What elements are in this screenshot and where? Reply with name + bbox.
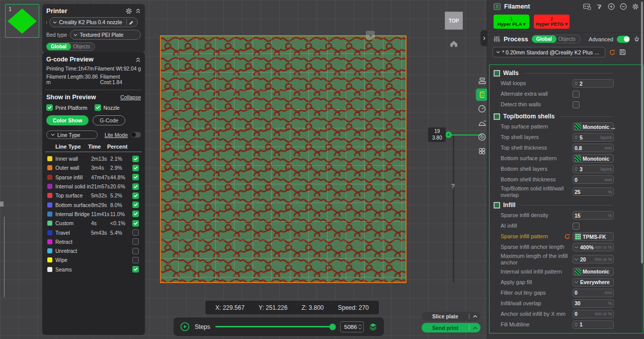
settings-scrollbar[interactable] [641, 2, 643, 263]
setting-spin-control[interactable]: 5layers [573, 133, 614, 142]
printer-settings-gear-icon[interactable] [125, 8, 132, 15]
line-type-dropdown[interactable]: Line Type [46, 130, 98, 139]
multi-view-tool[interactable] [476, 145, 488, 157]
setting-input-control[interactable]: 0mm [573, 175, 614, 184]
filament-change-icon[interactable] [596, 4, 603, 10]
process-preset-dropdown[interactable]: * 0.20mm Standard @Creality K2 Plus 0.4 … [493, 47, 605, 57]
setting-input-control[interactable]: 30% [573, 299, 614, 308]
setting-dropdown-control[interactable]: Everywhere [573, 278, 614, 287]
left-edge-handle[interactable] [0, 201, 4, 207]
setting-checkbox[interactable] [573, 223, 580, 230]
lite-mode-toggle[interactable] [131, 132, 141, 138]
spinner-arrows[interactable] [575, 82, 578, 85]
line-type-checkbox[interactable] [132, 183, 139, 190]
view-cube[interactable]: TOP [445, 12, 463, 30]
home-view-icon[interactable] [449, 40, 458, 48]
object-list-tool[interactable] [476, 75, 488, 87]
setting-checkbox[interactable] [573, 91, 580, 98]
setting-spin-control[interactable]: 1 [573, 320, 614, 329]
lite-mode-label[interactable]: Lite Mode [105, 132, 128, 138]
setting-input-control[interactable]: 25% [573, 187, 614, 196]
line-type-checkbox[interactable] [132, 165, 139, 171]
line-type-checkbox[interactable] [132, 266, 139, 273]
preview-checkbox-item[interactable]: Nozzle [95, 104, 120, 111]
slice-options-arrow[interactable] [469, 315, 480, 318]
edit-printer-pencil-icon[interactable] [129, 20, 134, 25]
plate-thumbnail[interactable]: 1 [5, 4, 39, 38]
filament-settings-gear-icon[interactable] [632, 3, 639, 10]
gcode-button[interactable]: G-Code [93, 115, 125, 125]
preview-checkbox-item[interactable]: Print Platform [46, 104, 88, 111]
steps-slider-handle[interactable] [330, 323, 336, 330]
spinner-arrows[interactable] [575, 135, 578, 139]
process-tab-objects[interactable]: Objects [552, 35, 581, 43]
play-button[interactable] [180, 322, 190, 331]
line-type-checkbox[interactable] [132, 192, 139, 199]
setting-pattern-control[interactable]: Monotonic [573, 154, 614, 163]
spinner-arrows[interactable] [575, 167, 578, 171]
ams-icon[interactable] [583, 4, 591, 10]
tab-objects[interactable]: Objects [67, 42, 95, 51]
slice-plate-button[interactable]: Slice plate [422, 312, 480, 321]
steps-spinner[interactable] [358, 324, 362, 329]
setting-spin-control[interactable]: 2 [573, 79, 614, 88]
steps-slider[interactable] [215, 326, 335, 327]
process-tab-global[interactable]: Global [532, 35, 556, 43]
layer-slider-handle[interactable]: + [445, 131, 452, 138]
printer-preset-dropdown[interactable]: Creality K2 Plus 0.4 nozzle [49, 17, 137, 27]
line-type-checkbox[interactable] [132, 229, 139, 236]
spinner-arrows[interactable] [575, 323, 578, 326]
speed-view-tool[interactable] [476, 103, 488, 115]
tab-global[interactable]: Global [46, 43, 71, 50]
line-type-checkbox[interactable] [132, 156, 139, 162]
filament-chip[interactable]: 1 Hyper PLA ▾ [494, 15, 529, 29]
setting-pattern-control[interactable]: TPMS-FK [573, 232, 614, 241]
seam-view-tool[interactable] [476, 131, 488, 143]
collapse-panel-icon[interactable] [135, 8, 141, 14]
first-layer-tool[interactable] [476, 117, 488, 129]
bed-type-dropdown[interactable]: Textured PEI Plate [70, 30, 141, 40]
checkbox[interactable] [46, 104, 53, 111]
color-show-button[interactable]: Color Show [46, 115, 89, 125]
collapse-link[interactable]: Collapse [120, 94, 141, 100]
setting-input-control[interactable]: 0.8mm [573, 144, 614, 152]
plate-drag-handle[interactable] [366, 31, 375, 40]
line-type-checkbox[interactable] [132, 257, 139, 263]
line-type-checkbox[interactable] [132, 238, 139, 245]
layers-view-icon[interactable] [369, 323, 377, 331]
setting-pattern-control[interactable]: Monotonic [573, 267, 614, 276]
collapse-panel-icon[interactable] [135, 57, 141, 62]
filament-chip[interactable]: 2 Hyper PETG ▾ [534, 15, 570, 29]
setting-input-control[interactable]: 0mm or % [573, 310, 614, 318]
build-plate-preview[interactable] [160, 35, 407, 283]
settings-section-header[interactable]: Top/bottom shells [493, 111, 640, 121]
settings-section-header[interactable]: Infill [493, 200, 640, 210]
setting-dropdown-control[interactable]: 20mm or % [573, 255, 614, 263]
reset-preset-icon[interactable] [609, 49, 616, 56]
remove-filament-icon[interactable] [620, 3, 627, 10]
advanced-toggle[interactable] [617, 36, 630, 43]
line-type-checkbox[interactable] [132, 174, 139, 180]
save-preset-icon[interactable] [619, 49, 626, 55]
line-type-checkbox[interactable] [132, 211, 139, 217]
add-filament-icon[interactable] [608, 3, 615, 10]
line-type-checkbox[interactable] [132, 248, 139, 254]
panel-collapse-tab[interactable] [480, 30, 488, 46]
settings-section-header[interactable]: Walls [493, 68, 640, 78]
checkbox[interactable] [95, 104, 101, 111]
setting-pattern-control[interactable]: Monotonic ... [573, 122, 614, 131]
wipe-brush-icon[interactable] [633, 36, 640, 42]
setting-dropdown-control[interactable]: 400%mm or % [573, 243, 614, 251]
plate-view-tool[interactable] [476, 89, 488, 101]
setting-input-control[interactable]: 0mm [573, 289, 614, 297]
line-type-checkbox[interactable] [132, 201, 139, 208]
send-print-button[interactable]: Send print [422, 323, 480, 332]
setting-spin-control[interactable]: 3layers [573, 165, 614, 173]
setting-input-control[interactable]: 15% [573, 211, 614, 220]
steps-value-input[interactable]: 5086 [340, 321, 364, 332]
setting-checkbox[interactable] [573, 101, 580, 108]
layer-slider-track[interactable] [453, 135, 454, 282]
send-options-arrow[interactable] [469, 326, 480, 329]
reset-setting-icon[interactable] [564, 233, 571, 240]
line-type-checkbox[interactable] [132, 220, 139, 227]
